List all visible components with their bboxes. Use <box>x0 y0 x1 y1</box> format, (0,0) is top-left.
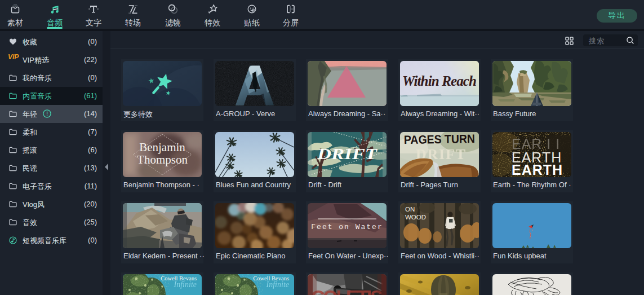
svg-text:COLETIS: COLETIS <box>311 286 383 295</box>
svg-text:PAGES TURN: PAGES TURN <box>404 132 475 146</box>
svg-text:DRIFT: DRIFT <box>317 146 378 162</box>
svg-text:Infinite: Infinite <box>174 280 197 289</box>
svg-text:Thompson: Thompson <box>137 153 188 166</box>
svg-text:WOOD: WOOD <box>405 214 426 221</box>
svg-text:EARTH: EARTH <box>512 162 563 177</box>
svg-text:ON: ON <box>405 206 415 213</box>
svg-text:Feet on Water: Feet on Water <box>311 223 383 231</box>
svg-text:Benjamin: Benjamin <box>139 140 185 154</box>
svg-text:Infinite: Infinite <box>266 280 289 289</box>
svg-text:Within Reach: Within Reach <box>402 73 477 89</box>
